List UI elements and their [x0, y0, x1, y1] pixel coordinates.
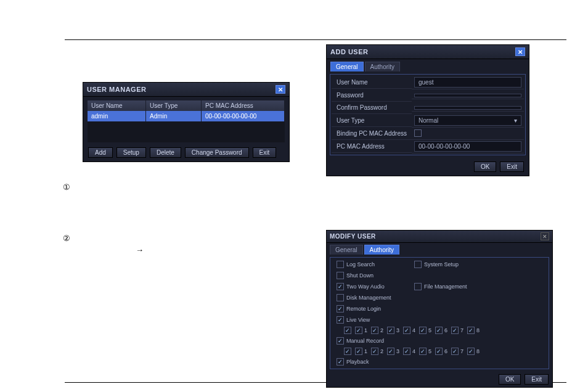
playback-checkbox[interactable]: [337, 358, 344, 365]
add-user-titlebar: ADD USER ✕: [327, 45, 529, 59]
modify-user-window: MODIFY USER ✕ General Authority Log Sear…: [326, 230, 553, 388]
confirm-password-label: Confirm Password: [332, 102, 412, 114]
disk-mgmt-label: Disk Management: [346, 295, 391, 301]
user-manager-titlebar: USER MANAGER ✕: [83, 83, 289, 97]
user-manager-title: USER MANAGER: [87, 86, 146, 93]
close-icon[interactable]: ✕: [541, 232, 549, 240]
change-password-button[interactable]: Change Password: [185, 147, 249, 158]
manual-record-channels: 1 2 3 4 5 6 7 8: [332, 346, 547, 356]
manual-record-ch3-checkbox[interactable]: [387, 348, 394, 355]
system-setup-checkbox[interactable]: [414, 261, 422, 268]
system-setup-label: System Setup: [424, 261, 459, 267]
ok-button[interactable]: OK: [499, 374, 521, 385]
live-view-ch3-checkbox[interactable]: [387, 327, 394, 334]
modify-user-title: MODIFY USER: [330, 233, 376, 240]
disk-mgmt-checkbox[interactable]: [337, 294, 344, 301]
live-view-label: Live View: [346, 317, 370, 323]
modify-user-tabs: General Authority: [327, 243, 552, 255]
user-table-header: User Name User Type PC MAC Address: [88, 100, 285, 111]
two-way-audio-checkbox[interactable]: [337, 283, 344, 290]
close-icon[interactable]: ✕: [515, 47, 525, 56]
manual-record-ch8-checkbox[interactable]: [467, 348, 475, 355]
user-name-field[interactable]: guest: [414, 77, 521, 88]
table-row[interactable]: admin Admin 00-00-00-00-00-00: [88, 111, 285, 121]
binding-mac-checkbox[interactable]: [414, 129, 422, 137]
chevron-down-icon: ▾: [514, 117, 517, 124]
user-type-value: Normal: [419, 117, 438, 124]
add-user-tabs: General Authority: [327, 59, 529, 71]
live-view-all-checkbox[interactable]: [344, 327, 351, 334]
tab-authority[interactable]: Authority: [364, 245, 399, 255]
password-label: Password: [332, 89, 412, 102]
manual-record-ch5-checkbox[interactable]: [419, 348, 427, 355]
live-view-ch7-checkbox[interactable]: [451, 327, 459, 334]
live-view-ch6-checkbox[interactable]: [435, 327, 443, 334]
exit-button[interactable]: Exit: [525, 374, 549, 385]
manual-record-ch4-checkbox[interactable]: [403, 348, 410, 355]
tab-general[interactable]: General: [330, 62, 364, 71]
col-user-name: User Name: [88, 100, 146, 111]
cell-user-type: Admin: [146, 111, 202, 121]
live-view-ch4-checkbox[interactable]: [403, 327, 410, 334]
mac-label: PC MAC Address: [332, 141, 412, 153]
manual-record-all-checkbox[interactable]: [344, 348, 351, 355]
cell-mac: 00-00-00-00-00-00: [202, 111, 285, 121]
manual-record-ch2-checkbox[interactable]: [371, 348, 378, 355]
exit-button[interactable]: Exit: [253, 147, 277, 158]
exit-button[interactable]: Exit: [500, 161, 524, 172]
live-view-ch8-checkbox[interactable]: [467, 327, 475, 334]
circle-two-icon: ②: [63, 234, 70, 243]
file-mgmt-label: File Management: [424, 284, 467, 290]
remote-login-checkbox[interactable]: [337, 305, 344, 312]
delete-button[interactable]: Delete: [150, 147, 181, 158]
shut-down-label: Shut Down: [346, 272, 374, 279]
live-view-ch2-checkbox[interactable]: [371, 327, 378, 334]
col-user-type: User Type: [146, 100, 202, 111]
live-view-ch1-checkbox[interactable]: [355, 327, 362, 334]
log-search-checkbox[interactable]: [337, 261, 344, 268]
user-manager-buttons: Add Setup Delete Change Password Exit: [83, 144, 289, 161]
live-view-ch5-checkbox[interactable]: [419, 327, 427, 334]
manual-record-label: Manual Record: [346, 338, 384, 344]
tab-general[interactable]: General: [330, 245, 363, 255]
authority-panel: Log Search System Setup Shut Down Two Wa…: [330, 257, 549, 369]
ok-button[interactable]: OK: [474, 161, 496, 172]
add-button[interactable]: Add: [88, 147, 113, 158]
remote-login-label: Remote Login: [346, 306, 381, 312]
add-user-buttons: OK Exit: [327, 158, 529, 176]
add-user-window: ADD USER ✕ General Authority User Name g…: [326, 44, 529, 176]
user-name-label: User Name: [332, 76, 412, 89]
add-user-form: User Name guest Password Confirm Passwor…: [330, 74, 526, 155]
close-icon[interactable]: ✕: [276, 85, 285, 94]
binding-mac-label: Binding PC MAC Address: [332, 128, 412, 140]
file-mgmt-checkbox[interactable]: [414, 283, 422, 290]
user-type-select[interactable]: Normal ▾: [414, 115, 521, 126]
modify-user-buttons: OK Exit: [327, 372, 552, 387]
two-way-audio-label: Two Way Audio: [346, 284, 385, 290]
modify-user-titlebar: MODIFY USER ✕: [327, 231, 552, 243]
shut-down-checkbox[interactable]: [337, 272, 344, 279]
live-view-checkbox[interactable]: [337, 316, 344, 324]
manual-record-checkbox[interactable]: [337, 337, 344, 345]
password-field[interactable]: [414, 94, 521, 97]
playback-label: Playback: [346, 359, 369, 365]
manual-record-ch1-checkbox[interactable]: [355, 348, 362, 355]
user-manager-window: USER MANAGER ✕ User Name User Type PC MA…: [83, 82, 290, 162]
add-user-title: ADD USER: [330, 48, 368, 55]
mac-field[interactable]: 00-00-00-00-00-00: [414, 141, 521, 152]
tab-authority[interactable]: Authority: [365, 62, 400, 71]
manual-record-ch7-checkbox[interactable]: [451, 348, 459, 355]
log-search-label: Log Search: [346, 261, 375, 267]
live-view-channels: 1 2 3 4 5 6 7 8: [332, 325, 547, 335]
arrow-icon: →: [136, 245, 144, 255]
circle-one-icon: ①: [63, 182, 70, 192]
confirm-password-field[interactable]: [414, 106, 521, 110]
manual-record-ch6-checkbox[interactable]: [435, 348, 443, 355]
user-type-label: User Type: [332, 115, 412, 127]
cell-user-name: admin: [88, 111, 146, 121]
setup-button[interactable]: Setup: [116, 147, 146, 158]
col-mac: PC MAC Address: [202, 100, 285, 111]
